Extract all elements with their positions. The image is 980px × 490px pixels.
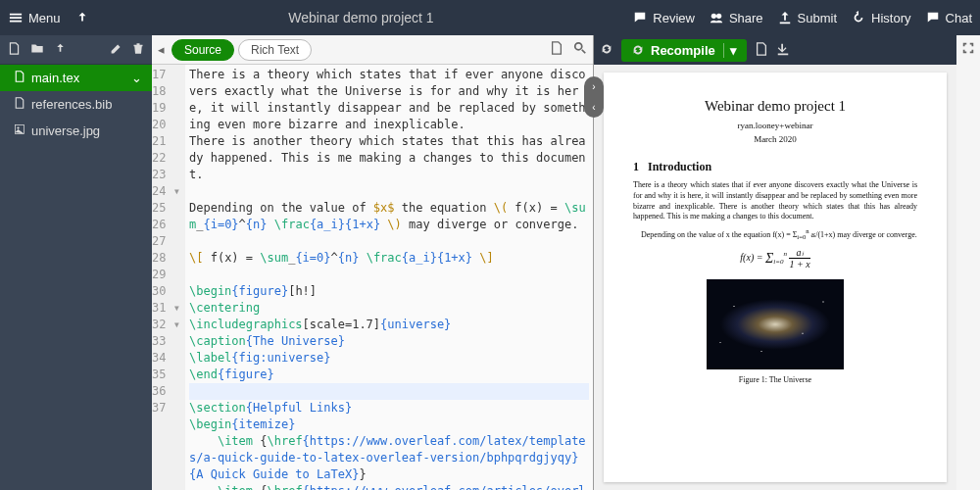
equation: f(x) = Σi=0n aᵢ1 + x [633,247,917,270]
download-icon[interactable] [776,42,790,59]
history-icon [851,10,866,25]
editor-pane: ◂ Source Rich Text 17 18 19 20 21 22 23 … [152,35,594,490]
sync-icon[interactable] [600,42,613,59]
rename-icon[interactable] [110,42,122,58]
figure: Figure 1: The Universe [633,279,917,384]
recompile-button[interactable]: Recompile ▾ [621,39,747,62]
file-icon [14,97,25,112]
tab-richtext[interactable]: Rich Text [238,39,312,61]
history-button[interactable]: History [851,10,910,25]
up-button[interactable] [74,10,90,25]
pdf-page: Webinar demo project 1 ryan.looney+webin… [604,73,947,482]
menu-button[interactable]: Menu [8,10,61,25]
paragraph: There is a theory which states that if e… [633,180,917,222]
collapse-arrow-icon[interactable]: ◂ [158,42,168,57]
code-editor[interactable]: 17 18 19 20 21 22 23 24 ▾ 25 26 27 28 29… [152,65,593,490]
submit-icon [777,10,793,25]
pdf-viewer[interactable]: Webinar demo project 1 ryan.looney+webin… [594,65,956,490]
code-line[interactable]: \end{figure} [189,367,589,383]
paragraph: Depending on the value of x the equation… [633,226,917,241]
code-line[interactable]: There is a theory which states that if e… [189,67,589,133]
code-line[interactable]: \caption{The Universe} [189,333,589,350]
expand-pane[interactable] [956,35,980,490]
doc-title: Webinar demo project 1 [633,98,917,115]
doc-author: ryan.looney+webinar [633,121,917,130]
share-icon [709,10,724,25]
svg-point-1 [716,14,721,19]
review-icon [632,10,648,25]
new-folder-icon[interactable] [30,42,44,58]
svg-point-3 [17,126,19,128]
tab-source[interactable]: Source [172,39,234,61]
new-file-icon[interactable] [8,42,21,58]
file-tree: main.tex⌄references.bibuniverse.jpg [0,35,152,490]
code-line[interactable]: Depending on the value of $x$ the equati… [189,200,589,233]
code-line[interactable]: \item {\href{https://www.overleaf.com/ar… [189,483,589,490]
file-outline-icon[interactable] [550,41,564,58]
section-heading: 1 Introduction [633,160,917,174]
svg-point-4 [575,43,582,50]
delete-icon[interactable] [132,42,144,58]
code-line[interactable]: \[ f(x) = \sum_{i=0}^{n} \frac{a_i}{1+x}… [189,250,589,267]
pdf-toolbar: Recompile ▾ [594,35,956,65]
image-icon [14,123,25,138]
figure-caption: Figure 1: The Universe [739,375,811,384]
svg-point-0 [711,14,716,19]
file-tree-item[interactable]: universe.jpg [0,118,152,144]
top-toolbar: Menu Webinar demo project 1 Review Share… [0,0,980,35]
chevron-right-icon: › [592,81,595,92]
code-line[interactable]: \begin{itemize} [189,416,589,433]
chevron-down-icon[interactable]: ⌄ [131,71,142,85]
search-icon[interactable] [573,41,587,58]
code-line[interactable] [189,383,589,400]
chevron-left-icon: ‹ [592,102,595,113]
code-line[interactable]: \begin{figure}[h!] [189,283,589,300]
upload-icon [74,10,90,25]
code-line[interactable]: \item {\href{https://www.overleaf.com/la… [189,433,589,483]
chat-icon [925,10,941,25]
project-title: Webinar demo project 1 [90,10,633,25]
logs-icon[interactable] [755,42,768,59]
pdf-pane: Recompile ▾ Webinar demo project 1 ryan.… [594,35,956,490]
doc-date: March 2020 [633,134,917,144]
hamburger-icon [8,10,24,25]
file-tree-item[interactable]: main.tex⌄ [0,65,152,91]
file-tree-toolbar [0,35,152,65]
chat-button[interactable]: Chat [925,10,972,25]
file-name: references.bib [31,97,112,112]
code-line[interactable]: \label{fig:universe} [189,350,589,367]
share-button[interactable]: Share [709,10,763,25]
code-line[interactable]: \section{Helpful Links} [189,400,589,416]
code-line[interactable] [189,267,589,283]
review-button[interactable]: Review [632,10,695,25]
file-name: main.tex [31,71,79,85]
submit-button[interactable]: Submit [777,10,837,25]
pane-resize-handle[interactable]: › ‹ [584,76,604,118]
file-name: universe.jpg [31,123,100,138]
upload-file-icon[interactable] [54,42,67,58]
code-line[interactable]: \includegraphics[scale=1.7]{universe} [189,317,589,333]
file-icon [14,71,25,85]
code-line[interactable]: There is another theory which states tha… [189,133,589,183]
code-line[interactable] [189,233,589,250]
figure-image [707,279,844,369]
code-line[interactable]: \centering [189,300,589,317]
file-tree-item[interactable]: references.bib [0,91,152,118]
chevron-down-icon[interactable]: ▾ [723,43,737,58]
code-line[interactable] [189,183,589,200]
menu-label: Menu [28,11,61,25]
editor-toolbar: ◂ Source Rich Text [152,35,593,65]
